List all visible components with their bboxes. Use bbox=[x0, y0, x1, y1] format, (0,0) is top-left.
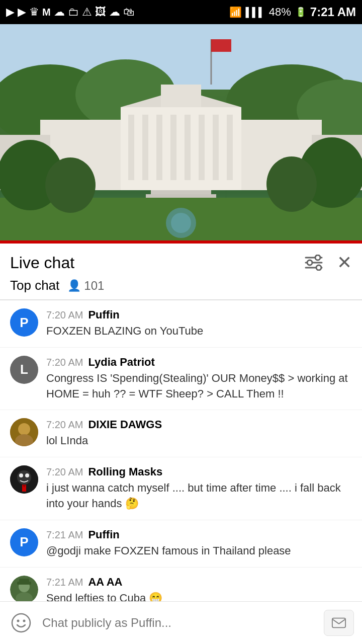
warning-icon: ⚠ bbox=[82, 6, 92, 19]
svg-point-51 bbox=[17, 620, 20, 622]
svg-line-54 bbox=[332, 619, 339, 624]
status-right-icons: 📶 ▌▌▌ 48% 🔋 7:21 AM bbox=[229, 5, 356, 19]
cloud-icon: ☁ bbox=[54, 6, 65, 19]
top-chat-label: Top chat bbox=[10, 278, 59, 293]
svg-rect-20 bbox=[146, 194, 216, 198]
filter-button[interactable] bbox=[303, 252, 325, 274]
m-icon: M bbox=[42, 7, 51, 18]
svg-point-50 bbox=[12, 614, 30, 632]
message-author: Lydia Patriot bbox=[88, 356, 154, 369]
svg-point-42 bbox=[25, 473, 29, 477]
message-time: 7:20 AM bbox=[46, 419, 83, 431]
signal-icon: ▌▌▌ bbox=[246, 7, 265, 18]
message-content: 7:20 AM Lydia Patriot Congress IS 'Spend… bbox=[46, 356, 352, 402]
message-author: Puffin bbox=[88, 308, 119, 321]
bag-icon: 🛍 bbox=[123, 6, 134, 19]
chat-message: 7:20 AM Rolling Masks i just wanna catch… bbox=[0, 457, 362, 520]
whitehouse-svg bbox=[0, 24, 362, 240]
cloud2-icon: ☁ bbox=[109, 6, 120, 19]
message-author: Puffin bbox=[88, 528, 119, 541]
aa-avatar-img bbox=[10, 576, 38, 604]
message-time: 7:21 AM bbox=[46, 529, 83, 541]
svg-rect-14 bbox=[227, 115, 233, 180]
avatar bbox=[10, 576, 38, 604]
status-bar: ▶ ▶ ♛ M ☁ 🗀 ⚠ 🖼 ☁ 🛍 📶 ▌▌▌ 48% 🔋 7:21 AM bbox=[0, 0, 362, 24]
svg-point-52 bbox=[23, 620, 26, 622]
svg-line-55 bbox=[339, 619, 345, 624]
svg-rect-11 bbox=[185, 115, 191, 180]
svg-rect-8 bbox=[142, 115, 148, 180]
message-content: 7:20 AM Rolling Masks i just wanna catch… bbox=[46, 465, 352, 512]
message-text: @godji make FOXZEN famous in Thailand pl… bbox=[46, 543, 352, 559]
message-author: AA AA bbox=[88, 576, 122, 589]
avatar: P bbox=[10, 308, 38, 337]
svg-point-31 bbox=[315, 255, 320, 260]
message-time: 7:20 AM bbox=[46, 357, 83, 368]
svg-point-26 bbox=[45, 157, 96, 213]
message-time: 7:20 AM bbox=[46, 309, 83, 321]
message-text: i just wanna catch myself .... but time … bbox=[46, 480, 352, 512]
battery-percent: 48% bbox=[269, 6, 291, 19]
message-author: Rolling Masks bbox=[88, 465, 162, 478]
avatar: P bbox=[10, 528, 38, 556]
message-content: 7:21 AM Puffin @godji make FOXZEN famous… bbox=[46, 528, 352, 559]
chat-message: P 7:20 AM Puffin FOXZEN BLAZING on YouTu… bbox=[0, 300, 362, 348]
message-meta: 7:20 AM Puffin bbox=[46, 308, 352, 321]
youtube-icon-2: ▶ bbox=[18, 6, 26, 19]
svg-point-35 bbox=[316, 265, 321, 270]
svg-rect-16 bbox=[161, 85, 201, 107]
viewers-number: 101 bbox=[84, 279, 104, 293]
avatar bbox=[10, 465, 38, 494]
youtube-icon: ▶ bbox=[6, 6, 15, 19]
svg-rect-49 bbox=[19, 579, 29, 583]
emoji-icon bbox=[11, 613, 31, 633]
message-meta: 7:21 AM Puffin bbox=[46, 528, 352, 541]
message-meta: 7:21 AM AA AA bbox=[46, 576, 352, 589]
chat-header: Live chat ✕ Top chat 👤 101 bbox=[0, 244, 362, 300]
message-content: 7:20 AM Puffin FOXZEN BLAZING on YouTube bbox=[46, 308, 352, 339]
live-chat-title: Live chat bbox=[10, 254, 74, 272]
wifi-icon: 📶 bbox=[229, 6, 242, 18]
filter-icon bbox=[305, 255, 323, 271]
crown-icon: ♛ bbox=[29, 6, 39, 19]
avatar bbox=[10, 418, 38, 446]
svg-rect-12 bbox=[199, 115, 205, 180]
chat-input-field[interactable] bbox=[42, 610, 316, 636]
hero-image bbox=[0, 24, 362, 240]
chat-input-bar bbox=[0, 601, 362, 644]
message-meta: 7:20 AM Rolling Masks bbox=[46, 465, 352, 478]
message-meta: 7:20 AM Lydia Patriot bbox=[46, 356, 352, 369]
close-button[interactable]: ✕ bbox=[337, 254, 352, 272]
avatar-letter: L bbox=[20, 362, 28, 377]
svg-point-29 bbox=[171, 213, 191, 233]
svg-point-33 bbox=[307, 260, 312, 265]
person-icon: 👤 bbox=[67, 279, 81, 292]
message-content: 7:20 AM DIXIE DAWGS lol LInda bbox=[46, 418, 352, 449]
svg-rect-13 bbox=[213, 115, 219, 180]
dixie-avatar-img bbox=[10, 418, 38, 446]
svg-rect-9 bbox=[156, 115, 162, 180]
status-time: 7:21 AM bbox=[310, 5, 356, 19]
viewers-count: 👤 101 bbox=[67, 279, 104, 293]
message-text: Congress IS 'Spending(Stealing)' OUR Mon… bbox=[46, 371, 352, 402]
rolling-masks-avatar bbox=[10, 465, 38, 494]
emoji-button[interactable] bbox=[8, 610, 34, 636]
svg-rect-22 bbox=[211, 39, 231, 52]
svg-point-27 bbox=[266, 156, 317, 212]
svg-rect-53 bbox=[332, 618, 345, 628]
svg-rect-6 bbox=[121, 107, 241, 190]
svg-point-41 bbox=[19, 473, 23, 477]
folder-icon: 🗀 bbox=[68, 6, 79, 19]
avatar-letter: P bbox=[20, 534, 28, 550]
send-button[interactable] bbox=[324, 610, 354, 636]
message-text: lol LInda bbox=[46, 433, 352, 449]
message-time: 7:21 AM bbox=[46, 577, 83, 588]
message-meta: 7:20 AM DIXIE DAWGS bbox=[46, 418, 352, 431]
chat-message: L 7:20 AM Lydia Patriot Congress IS 'Spe… bbox=[0, 348, 362, 411]
svg-rect-7 bbox=[128, 115, 134, 180]
message-text: FOXZEN BLAZING on YouTube bbox=[46, 324, 352, 339]
status-left-icons: ▶ ▶ ♛ M ☁ 🗀 ⚠ 🖼 ☁ 🛍 bbox=[6, 6, 134, 19]
svg-point-37 bbox=[18, 423, 30, 435]
image-icon: 🖼 bbox=[95, 6, 106, 19]
avatar: L bbox=[10, 356, 38, 384]
